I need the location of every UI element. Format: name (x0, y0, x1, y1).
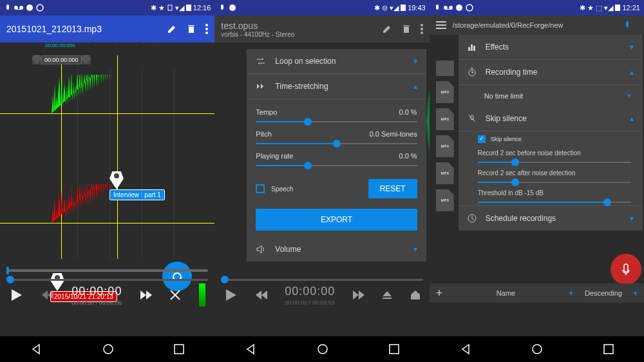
menu-button[interactable] (205, 24, 208, 34)
battery-icon (401, 5, 406, 11)
sort-order[interactable]: Descending (585, 289, 622, 297)
mic-icon (4, 4, 12, 12)
recents-button[interactable] (389, 344, 399, 354)
overview-scrollbar[interactable] (6, 269, 208, 272)
edit-button[interactable] (167, 24, 177, 34)
playrate-value: 0.0 % (399, 152, 417, 160)
android-icon (455, 4, 463, 12)
android-icon (26, 4, 33, 12)
tempo-value: 0.0 % (399, 108, 417, 116)
home-button[interactable] (102, 343, 114, 355)
rewind-button[interactable] (256, 291, 267, 300)
mp3-file[interactable]: MP3 (436, 162, 454, 184)
pitch-value: 0.0 Semi-tones (370, 130, 417, 138)
skip-silence-row[interactable]: Skip silence▴ (459, 106, 643, 131)
app-bar: 20151021_212013.mp3 (0, 15, 214, 43)
path-bar: /storage/emulated/0/RecForge/new (430, 15, 644, 35)
effects-row[interactable]: Effects▾ (459, 35, 643, 60)
mic-icon (433, 4, 441, 12)
svg-rect-25 (604, 345, 613, 354)
status-bar: ✱★ ▾◢ 12:16 (0, 0, 214, 15)
svg-point-13 (421, 32, 423, 34)
skip-silence-label: Skip silence (491, 136, 522, 142)
before-noise-slider[interactable] (478, 162, 631, 163)
edit-button[interactable] (382, 24, 392, 34)
delete-button[interactable] (186, 24, 196, 34)
mp3-file[interactable]: MP3 (436, 81, 454, 103)
reset-button[interactable]: RESET (368, 179, 417, 198)
menu-button[interactable] (421, 24, 423, 34)
start-marker[interactable]: 00:00:00:000 (32, 55, 91, 64)
clock: 12:21 (622, 4, 640, 12)
sort-name[interactable]: Name (454, 289, 558, 297)
eject-button[interactable] (382, 291, 392, 300)
home-button[interactable] (317, 343, 328, 355)
time-range: 00:00:00 / 00:00:06 (71, 300, 122, 306)
record-fab[interactable] (611, 254, 641, 285)
recents-button[interactable] (603, 344, 614, 354)
pitch-slider[interactable] (256, 143, 417, 144)
recents-button[interactable] (174, 344, 184, 354)
skip-silence-checkbox[interactable]: ✓ (478, 135, 486, 143)
mp3-file[interactable]: MP3 (436, 189, 454, 211)
home-button[interactable] (410, 290, 421, 300)
back-button[interactable] (30, 343, 42, 355)
speech-label: Speech (271, 186, 293, 193)
delete-button[interactable] (401, 24, 412, 34)
back-button[interactable] (245, 343, 256, 355)
threshold-slider[interactable] (478, 202, 631, 203)
time-limit-select[interactable]: No time limit▾ (459, 85, 643, 106)
rectime-row[interactable]: Recording time▴ (459, 60, 643, 85)
file-title: test.opus (221, 21, 258, 31)
svg-rect-15 (390, 345, 399, 354)
waveform-right-channel[interactable] (0, 184, 214, 262)
rewind-button[interactable] (42, 291, 53, 300)
export-button[interactable]: EXPORT (256, 209, 417, 231)
waveform-left-channel[interactable] (0, 75, 214, 152)
forward-button[interactable] (140, 291, 152, 300)
mp3-file[interactable]: MP3 (436, 135, 454, 157)
add-button[interactable]: + (436, 287, 443, 300)
hamburger-icon[interactable] (436, 21, 446, 29)
before-noise-label: Record 2 sec before noise detection (478, 149, 631, 157)
time-ruler: 00:00:00:000···· (0, 43, 214, 55)
after-noise-slider[interactable] (478, 182, 631, 183)
play-button[interactable] (223, 288, 238, 302)
playrate-slider[interactable] (256, 165, 417, 166)
marker-interview[interactable]: Interview : part 1 (109, 171, 165, 200)
svg-rect-3 (186, 5, 191, 11)
loop-row[interactable]: Loop on selection▾ (247, 49, 426, 74)
back-button[interactable] (460, 343, 471, 355)
pitch-label: Pitch (256, 130, 271, 138)
folder-icon[interactable] (436, 61, 454, 76)
play-button[interactable] (9, 288, 23, 302)
playback-controls: 00:00:00 00:00:00 / 00:00:06 (0, 280, 214, 310)
tempo-slider[interactable] (256, 121, 417, 122)
nav-bar (430, 336, 644, 362)
home-button[interactable] (531, 343, 543, 355)
clock: 19:43 (408, 4, 426, 12)
status-bar: ✱★⬚▾◢12:21 (430, 0, 644, 15)
mp3-file[interactable]: MP3 (436, 108, 454, 130)
volume-row[interactable]: Volume▾ (247, 237, 426, 262)
schedule-row[interactable]: Schedule recordings▾ (459, 205, 643, 231)
svg-point-17 (466, 5, 473, 11)
svg-point-12 (421, 28, 423, 30)
svg-point-5 (205, 28, 208, 30)
speech-checkbox[interactable] (256, 184, 265, 193)
svg-point-11 (421, 24, 423, 26)
close-button[interactable] (170, 290, 180, 300)
clock: 12:16 (193, 4, 211, 12)
mic-button[interactable] (623, 21, 631, 30)
playrate-label: Playing rate (256, 152, 293, 160)
svg-point-9 (229, 5, 236, 11)
svg-rect-18 (615, 5, 620, 11)
svg-point-0 (26, 5, 33, 11)
forward-button[interactable] (353, 291, 365, 300)
tempo-label: Tempo (256, 108, 277, 116)
stretch-row[interactable]: Time-stretching▴ (247, 74, 426, 99)
svg-point-4 (205, 24, 208, 26)
svg-rect-21 (473, 46, 475, 51)
file-sidebar: MP3 MP3 MP3 MP3 MP3 (430, 55, 460, 216)
storage-path: /storage/emulated/0/RecForge/new (453, 21, 623, 29)
